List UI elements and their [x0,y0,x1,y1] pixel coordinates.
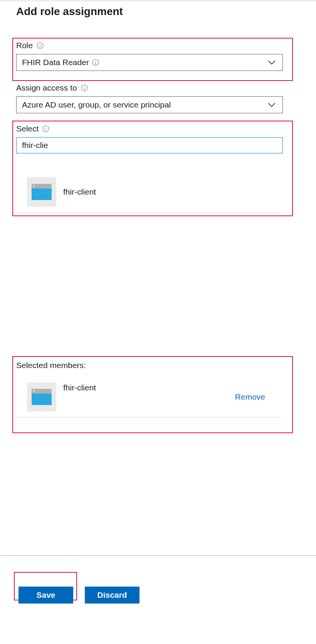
highlight-selected-members [12,356,293,433]
highlight-role [12,38,293,81]
highlight-select [12,121,293,216]
info-icon[interactable] [81,84,88,91]
assign-access-label: Assign access to [16,83,77,92]
top-shadow [0,0,316,2]
chevron-down-icon [266,99,277,110]
assign-access-field-group: Assign access to Azure AD user, group, o… [16,83,283,113]
svg-point-8 [84,86,84,86]
footer: Save Discard [0,555,316,644]
save-button[interactable]: Save [18,587,73,604]
assign-access-dropdown-value: Azure AD user, group, or service princip… [22,100,171,109]
footer-divider [0,555,316,556]
page-title: Add role assignment [16,5,300,18]
discard-button[interactable]: Discard [85,587,140,604]
assign-access-dropdown[interactable]: Azure AD user, group, or service princip… [16,96,283,113]
